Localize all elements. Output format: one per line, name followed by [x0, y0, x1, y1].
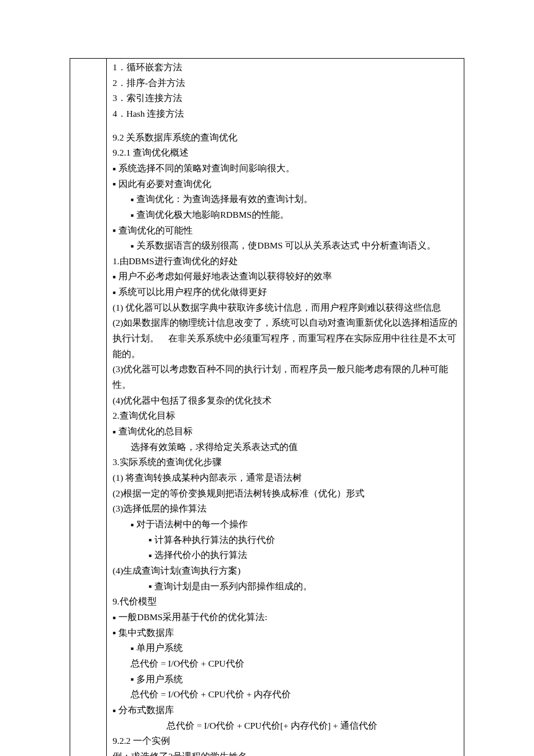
text-line: 1．循环嵌套方法 [113, 60, 458, 75]
bullet-item: 系统选择不同的策略对查询时间影响很大。 [113, 161, 458, 177]
text-line: (1) 优化器可以从数据字典中获取许多统计信息，而用户程序则难以获得这些信息 [113, 300, 458, 316]
text-line: (3)优化器可以考虑数百种不同的执行计划，而程序员一般只能考虑有限的几种可能性。 [113, 362, 458, 393]
bullet-item: 因此有必要对查询优化 [113, 177, 458, 192]
bullet-item: 查询优化的可能性 [113, 223, 458, 239]
text-line: 总代价 = I/O代价 + CPU代价 [113, 656, 458, 672]
text-line: 4．Hash 连接方法 [113, 106, 458, 122]
document-page: 1．循环嵌套方法 2．排序-合并方法 3．索引连接方法 4．Hash 连接方法 … [0, 0, 534, 756]
bullet-item: 选择代价小的执行算法 [113, 548, 458, 563]
text-line: 2．排序-合并方法 [113, 75, 458, 91]
bullet-item: 查询优化的总目标 [113, 424, 458, 440]
text-line: 9.代价模型 [113, 594, 458, 610]
bullet-item: 用户不必考虑如何最好地表达查询以获得较好的效率 [113, 269, 458, 285]
bullet-item: 一般DBMS采用基于代价的优化算法: [113, 610, 458, 625]
bullet-item: 系统可以比用户程序的优化做得更好 [113, 285, 458, 300]
text-line: (4)优化器中包括了很多复杂的优化技术 [113, 393, 458, 409]
left-column [70, 59, 107, 757]
text-line: 总代价 = I/O代价 + CPU代价 + 内存代价 [113, 687, 458, 703]
bullet-item: 单用户系统 [113, 640, 458, 656]
text-line: 3.实际系统的查询优化步骤 [113, 455, 458, 470]
bullet-item: 查询计划是由一系列内部操作组成的。 [113, 579, 458, 595]
content-cell: 1．循环嵌套方法 2．排序-合并方法 3．索引连接方法 4．Hash 连接方法 … [107, 59, 464, 757]
text-line: (1) 将查询转换成某种内部表示，通常是语法树 [113, 470, 458, 486]
text-line: (3)选择低层的操作算法 [113, 501, 458, 517]
bullet-item: 关系数据语言的级别很高，使DBMS 可以从关系表达式 中分析查询语义。 [113, 238, 458, 254]
bullet-item: 分布式数据库 [113, 703, 458, 718]
text-line: 2.查询优化目标 [113, 408, 458, 424]
text-line: (2)如果数据库的物理统计信息改变了，系统可以自动对查询重新优化以选择相适应的执… [113, 315, 458, 362]
text-line: (2)根据一定的等价变换规则把语法树转换成标准（优化）形式 [113, 486, 458, 502]
bullet-item: 多用户系统 [113, 672, 458, 687]
text-line: (4)生成查询计划(查询执行方案) [113, 563, 458, 579]
text-line: 1.由DBMS进行查询优化的好处 [113, 254, 458, 269]
text-line: 3．索引连接方法 [113, 91, 458, 106]
bullet-item: 集中式数据库 [113, 625, 458, 641]
text-line: 选择有效策略，求得给定关系表达式的值 [113, 440, 458, 455]
bullet-item: 对于语法树中的每一个操作 [113, 517, 458, 532]
bullet-item: 计算各种执行算法的执行代价 [113, 532, 458, 548]
heading: 9.2.1 查询优化概述 [113, 145, 458, 161]
heading: 9.2 关系数据库系统的查询优化 [113, 130, 458, 146]
bullet-item: 查询优化极大地影响RDBMS的性能。 [113, 207, 458, 223]
content-table: 1．循环嵌套方法 2．排序-合并方法 3．索引连接方法 4．Hash 连接方法 … [70, 58, 464, 756]
heading: 9.2.2 一个实例 [113, 733, 458, 749]
bullet-item: 查询优化：为查询选择最有效的查询计划。 [113, 192, 458, 207]
text-line: 总代价 = I/O代价 + CPU代价[+ 内存代价] + 通信代价 [113, 718, 458, 734]
text-line: 例：求选修了2号课程的学生姓名 [113, 749, 458, 756]
spacer [113, 122, 458, 130]
